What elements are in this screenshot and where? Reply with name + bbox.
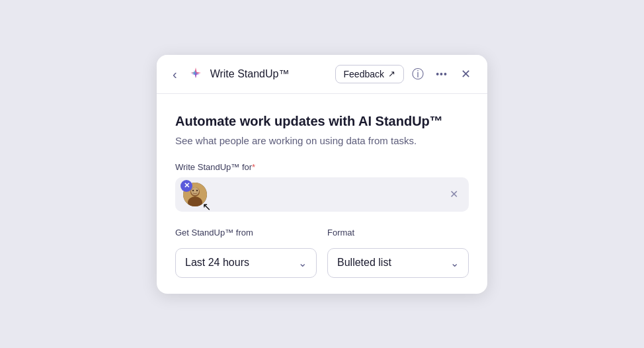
- close-icon: ✕: [461, 67, 471, 81]
- standup-from-field: Get StandUp™ from Last 24 hours ⌄: [175, 228, 317, 278]
- format-label: Format: [327, 228, 469, 238]
- panel-content: Automate work updates with AI StandUp™ S…: [157, 94, 487, 294]
- main-title: Automate work updates with AI StandUp™: [175, 112, 469, 130]
- user-input-field[interactable]: ✕ ↖ ✕: [175, 177, 469, 212]
- clear-input-button[interactable]: ✕: [447, 185, 461, 203]
- format-field: Format Bulleted list ⌄: [327, 228, 469, 278]
- format-value: Bulleted list: [337, 257, 391, 269]
- standup-from-select[interactable]: Last 24 hours ⌄: [175, 248, 317, 278]
- main-panel: ‹ Write StandUp™ Feedback ↗ ⓘ ••• ✕: [157, 55, 487, 294]
- remove-user-badge[interactable]: ✕: [181, 180, 192, 192]
- header-left: ‹ Write StandUp™: [169, 65, 329, 83]
- format-select[interactable]: Bulleted list ⌄: [327, 248, 469, 278]
- dropdown-row: Get StandUp™ from Last 24 hours ⌄ Format…: [175, 228, 469, 278]
- feedback-label: Feedback: [344, 69, 384, 79]
- panel-header: ‹ Write StandUp™ Feedback ↗ ⓘ ••• ✕: [157, 55, 487, 94]
- cursor-icon: ↖: [202, 200, 211, 213]
- feedback-button[interactable]: Feedback ↗: [335, 65, 404, 83]
- back-button[interactable]: ‹: [169, 66, 181, 82]
- info-button[interactable]: ⓘ: [408, 64, 428, 84]
- chevron-down-icon: ⌄: [450, 257, 459, 269]
- user-avatar-chip: ✕ ↖: [183, 183, 207, 206]
- subtitle: See what people are working on using dat…: [175, 135, 469, 146]
- standup-from-value: Last 24 hours: [185, 257, 249, 269]
- svg-point-4: [192, 189, 194, 191]
- panel-title: Write StandUp™: [210, 68, 290, 80]
- external-link-icon: ↗: [388, 69, 395, 79]
- svg-point-5: [196, 189, 198, 191]
- chevron-down-icon: ⌄: [298, 257, 307, 269]
- app-logo-icon: [186, 65, 205, 83]
- required-indicator: *: [252, 162, 255, 172]
- more-button[interactable]: •••: [432, 64, 452, 84]
- info-icon: ⓘ: [412, 66, 424, 82]
- for-field-label: Write StandUp™ for*: [175, 162, 469, 172]
- for-label-text: Write StandUp™ for: [175, 162, 252, 172]
- close-button[interactable]: ✕: [456, 64, 475, 84]
- clear-icon: ✕: [450, 189, 458, 200]
- standup-from-label: Get StandUp™ from: [175, 228, 317, 238]
- header-actions: Feedback ↗ ⓘ ••• ✕: [335, 64, 475, 84]
- more-icon: •••: [436, 69, 448, 79]
